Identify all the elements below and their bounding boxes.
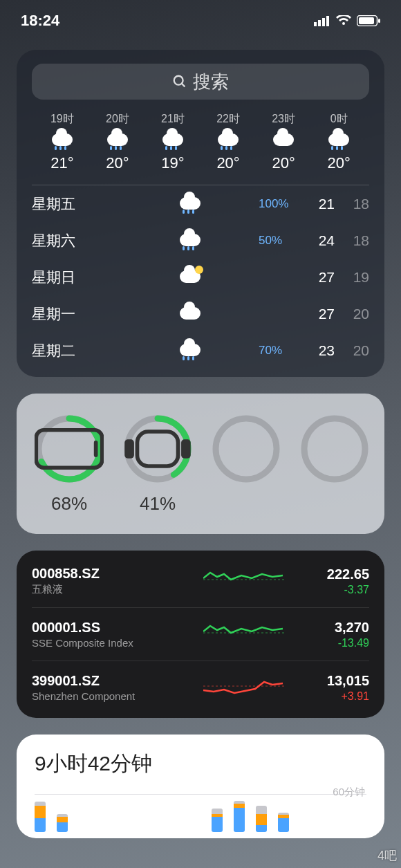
clock-time: 18:24 <box>21 12 59 30</box>
daily-forecast: 星期五100%2118星期六50%2418星期日2719星期一2720星期二70… <box>32 185 369 369</box>
stock-symbol: 000001.SS <box>32 620 203 636</box>
day-name: 星期二 <box>32 341 122 360</box>
chart-bar <box>57 814 68 832</box>
svg-line-8 <box>182 84 185 87</box>
battery-empty <box>300 414 369 515</box>
svg-rect-2 <box>322 18 325 26</box>
rain-icon <box>327 131 351 150</box>
battery-ring <box>300 414 369 483</box>
svg-rect-16 <box>124 439 134 458</box>
battery-ring <box>212 414 281 483</box>
day-name: 星期五 <box>32 194 122 214</box>
hour-forecast: 23时20° <box>256 112 311 172</box>
temp-high: 21 <box>300 196 335 212</box>
rain-icon <box>178 231 202 250</box>
hour-label: 0时 <box>330 112 348 127</box>
cloud-icon <box>272 131 295 150</box>
cloudsun-icon <box>178 268 202 287</box>
day-forecast: 星期一2720 <box>32 295 369 332</box>
stock-row[interactable]: 000858.SZ五粮液222.65-3.37 <box>32 555 369 608</box>
status-icons <box>314 15 380 26</box>
svg-rect-3 <box>326 16 329 26</box>
stock-name: SSE Composite Index <box>32 637 203 649</box>
day-forecast: 星期五100%2118 <box>32 185 369 222</box>
battery-iphone: 68% <box>35 414 104 515</box>
day-name: 星期一 <box>32 304 122 324</box>
precip-chance: 70% <box>259 344 300 358</box>
rain-icon <box>161 131 185 150</box>
hour-temp: 21° <box>50 154 73 172</box>
chart-axis-label: 60分钟 <box>333 786 365 799</box>
search-placeholder: 搜索 <box>193 70 229 94</box>
rain-icon <box>106 131 129 150</box>
hour-forecast: 21时19° <box>145 112 200 172</box>
svg-rect-1 <box>318 20 321 26</box>
svg-rect-15 <box>137 432 178 466</box>
hour-forecast: 19时21° <box>35 112 90 172</box>
search-icon <box>172 74 187 89</box>
stocks-widget[interactable]: 000858.SZ五粮液222.65-3.37000001.SSSSE Comp… <box>17 551 384 718</box>
svg-rect-0 <box>314 22 317 26</box>
day-name: 星期六 <box>32 231 122 250</box>
temp-low: 18 <box>335 196 369 212</box>
iphone-icon <box>35 414 104 483</box>
precip-chance: 50% <box>259 234 300 248</box>
stock-symbol: 399001.SZ <box>32 673 203 689</box>
battery-percent: 41% <box>140 493 176 515</box>
hour-label: 19时 <box>50 112 74 127</box>
cellular-icon <box>314 15 330 26</box>
svg-rect-5 <box>359 17 374 24</box>
hour-temp: 20° <box>106 154 129 172</box>
hour-temp: 20° <box>216 154 239 172</box>
hour-label: 22时 <box>216 112 240 127</box>
chart-bar <box>234 801 245 832</box>
temp-high: 23 <box>300 342 335 359</box>
temp-low: 19 <box>335 269 369 286</box>
day-forecast: 星期日2719 <box>32 259 369 295</box>
hour-temp: 20° <box>272 154 295 172</box>
search-field[interactable]: 搜索 <box>32 64 369 100</box>
precip-chance: 100% <box>259 197 300 211</box>
cloud-icon <box>178 304 202 324</box>
hour-forecast: 0时20° <box>311 112 366 172</box>
chart-bar <box>212 809 223 832</box>
stock-name: 五粮液 <box>32 583 203 596</box>
stock-row[interactable]: 000001.SSSSE Composite Index3,270-13.49 <box>32 608 369 661</box>
batteries-widget[interactable]: 68%41% <box>17 394 384 534</box>
temp-high: 27 <box>300 306 335 322</box>
weather-widget[interactable]: 搜索 19时21°20时20°21时19°22时20°23时20°0时20° 星… <box>17 50 384 377</box>
rain-icon <box>216 131 240 150</box>
stock-row[interactable]: 399001.SZShenzhen Component13,015+3.91 <box>32 661 369 714</box>
screentime-widget[interactable]: 9小时42分钟 60分钟 <box>17 735 384 838</box>
status-bar: 18:24 <box>0 0 401 37</box>
screentime-chart <box>35 791 366 832</box>
wifi-icon <box>336 15 351 26</box>
chart-gridline <box>35 794 366 795</box>
chart-bar <box>35 802 46 832</box>
chart-bar <box>278 813 289 832</box>
chart-bar <box>256 806 267 832</box>
hour-label: 21时 <box>161 112 185 127</box>
stock-price: 3,270 <box>286 620 369 636</box>
svg-rect-6 <box>378 19 380 23</box>
svg-rect-11 <box>36 430 102 468</box>
stock-change: -13.49 <box>286 637 369 649</box>
svg-point-7 <box>174 76 183 85</box>
stock-price: 13,015 <box>286 673 369 689</box>
battery-empty <box>212 414 281 515</box>
sparkline-icon <box>203 672 286 700</box>
temp-high: 24 <box>300 232 335 249</box>
watermark: 4吧 <box>377 847 397 864</box>
hour-label: 23时 <box>272 112 295 127</box>
applewatch-icon <box>123 414 192 483</box>
day-name: 星期日 <box>32 268 122 287</box>
battery-percent: 68% <box>51 493 87 515</box>
screentime-total: 9小时42分钟 <box>35 750 366 778</box>
temp-low: 18 <box>335 232 369 249</box>
rain-icon <box>178 194 202 214</box>
rain-icon <box>50 131 74 150</box>
rain-icon <box>178 341 202 360</box>
sparkline-icon <box>203 566 286 593</box>
battery-watch: 41% <box>123 414 192 515</box>
temp-low: 20 <box>335 306 369 322</box>
